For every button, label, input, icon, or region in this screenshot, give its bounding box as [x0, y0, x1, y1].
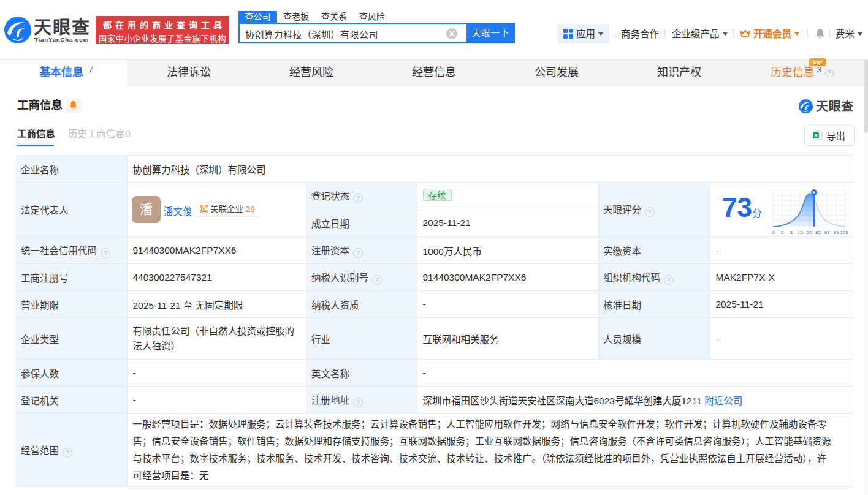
svg-text:100: 100 — [840, 230, 848, 235]
svg-text:X: X — [814, 132, 818, 138]
svg-text:99: 99 — [834, 230, 839, 235]
svg-text:0: 0 — [772, 230, 775, 235]
svg-text:50: 50 — [807, 230, 812, 235]
svg-text:97: 97 — [824, 230, 830, 235]
svg-text:85: 85 — [815, 230, 821, 235]
svg-text:15: 15 — [798, 230, 803, 235]
svg-text:1: 1 — [781, 230, 784, 235]
svg-text:3: 3 — [790, 230, 793, 235]
